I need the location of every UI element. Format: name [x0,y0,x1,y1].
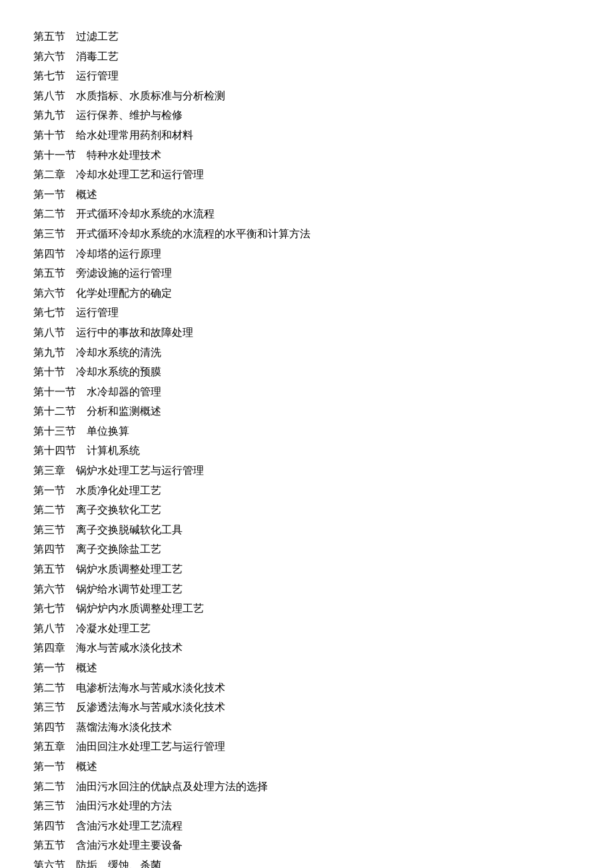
toc-item: 第五章 油田回注水处理工艺与运行管理 [33,737,580,757]
toc-label: 第二章 冷却水处理工艺和运行管理 [33,165,204,185]
toc-item: 第十二节 分析和监测概述 [33,401,580,421]
toc-label: 第四节 冷却塔的运行原理 [33,244,161,264]
toc-item: 第十节 冷却水系统的预膜 [33,362,580,382]
toc-label: 第四节 含油污水处理工艺流程 [33,816,183,836]
toc-item: 第五节 含油污水处理主要设备 [33,835,580,855]
toc-label: 第五节 锅炉水质调整处理工艺 [33,559,183,579]
toc-label: 第五章 油田回注水处理工艺与运行管理 [33,737,225,757]
toc-label: 第十三节 单位换算 [33,421,129,441]
toc-item: 第二节 开式循环冷却水系统的水流程 [33,204,580,224]
toc-item: 第八节 水质指标、水质标准与分析检测 [33,86,580,106]
toc-item: 第三章 锅炉水处理工艺与运行管理 [33,461,580,481]
toc-item: 第四节 冷却塔的运行原理 [33,244,580,264]
toc-item: 第七节 锅炉炉内水质调整处理工艺 [33,599,580,619]
toc-label: 第八节 冷凝水处理工艺 [33,619,151,639]
toc-label: 第二节 开式循环冷却水系统的水流程 [33,204,215,224]
toc-item: 第一节 概述 [33,185,580,205]
toc-item: 第九节 冷却水系统的清洗 [33,343,580,363]
toc-container: 第五节 过滤工艺第六节 消毒工艺第七节 运行管理第八节 水质指标、水质标准与分析… [33,27,580,868]
toc-label: 第十四节 计算机系统 [33,441,140,461]
toc-item: 第九节 运行保养、维护与检修 [33,105,580,125]
toc-label: 第五节 旁滤设施的运行管理 [33,263,172,283]
toc-label: 第六节 消毒工艺 [33,47,119,67]
toc-item: 第三节 离子交换脱碱软化工具 [33,520,580,540]
toc-item: 第四节 蒸馏法海水淡化技术 [33,717,580,737]
toc-item: 第三节 油田污水处理的方法 [33,796,580,816]
toc-label: 第九节 冷却水系统的清洗 [33,343,161,363]
toc-label: 第七节 锅炉炉内水质调整处理工艺 [33,599,204,619]
toc-label: 第三节 油田污水处理的方法 [33,796,172,816]
toc-item: 第三节 开式循环冷却水系统的水流程的水平衡和计算方法 [33,224,580,244]
toc-item: 第四节 含油污水处理工艺流程 [33,816,580,836]
toc-label: 第一节 水质净化处理工艺 [33,481,161,501]
toc-item: 第一节 水质净化处理工艺 [33,481,580,501]
toc-item: 第四节 离子交换除盐工艺 [33,539,580,559]
toc-label: 第六节 防垢、缓蚀、杀菌 [33,855,161,868]
toc-item: 第八节 冷凝水处理工艺 [33,619,580,639]
toc-label: 第二节 离子交换软化工艺 [33,500,161,520]
toc-label: 第四节 离子交换除盐工艺 [33,539,161,559]
toc-label: 第七节 运行管理 [33,303,119,323]
toc-item: 第十一节 特种水处理技术 [33,145,580,165]
toc-item: 第一节 概述 [33,658,580,678]
toc-item: 第十四节 计算机系统 [33,441,580,461]
toc-label: 第一节 概述 [33,757,97,777]
toc-label: 第一节 概述 [33,658,97,678]
toc-item: 第二节 油田污水回注的优缺点及处理方法的选择 [33,777,580,797]
toc-label: 第八节 水质指标、水质标准与分析检测 [33,86,225,106]
toc-item: 第十节 给水处理常用药剂和材料 [33,125,580,145]
toc-label: 第三节 反渗透法海水与苦咸水淡化技术 [33,697,225,717]
toc-label: 第五节 含油污水处理主要设备 [33,835,183,855]
toc-label: 第二节 电渗析法海水与苦咸水淡化技术 [33,678,225,698]
toc-label: 第十节 给水处理常用药剂和材料 [33,125,193,145]
toc-item: 第十三节 单位换算 [33,421,580,441]
toc-item: 第二节 电渗析法海水与苦咸水淡化技术 [33,678,580,698]
toc-label: 第六节 锅炉给水调节处理工艺 [33,579,183,599]
toc-label: 第二节 油田污水回注的优缺点及处理方法的选择 [33,777,268,797]
toc-label: 第十二节 分析和监测概述 [33,401,161,421]
toc-item: 第七节 运行管理 [33,303,580,323]
toc-item: 第五节 旁滤设施的运行管理 [33,263,580,283]
toc-item: 第六节 锅炉给水调节处理工艺 [33,579,580,599]
toc-label: 第五节 过滤工艺 [33,27,119,47]
toc-label: 第四章 海水与苦咸水淡化技术 [33,638,183,658]
toc-label: 第六节 化学处理配方的确定 [33,283,172,303]
toc-item: 第八节 运行中的事故和故障处理 [33,323,580,343]
toc-item: 第二节 离子交换软化工艺 [33,500,580,520]
toc-item: 第四章 海水与苦咸水淡化技术 [33,638,580,658]
toc-item: 第一节 概述 [33,757,580,777]
toc-item: 第七节 运行管理 [33,66,580,86]
toc-label: 第三章 锅炉水处理工艺与运行管理 [33,461,204,481]
toc-label: 第四节 蒸馏法海水淡化技术 [33,717,172,737]
toc-item: 第三节 反渗透法海水与苦咸水淡化技术 [33,697,580,717]
toc-label: 第七节 运行管理 [33,66,119,86]
toc-item: 第二章 冷却水处理工艺和运行管理 [33,165,580,185]
toc-label: 第三节 离子交换脱碱软化工具 [33,520,183,540]
toc-label: 第九节 运行保养、维护与检修 [33,105,183,125]
toc-item: 第六节 防垢、缓蚀、杀菌 [33,855,580,868]
toc-label: 第八节 运行中的事故和故障处理 [33,323,193,343]
toc-label: 第十节 冷却水系统的预膜 [33,362,161,382]
toc-item: 第六节 化学处理配方的确定 [33,283,580,303]
toc-item: 第六节 消毒工艺 [33,47,580,67]
toc-item: 第五节 锅炉水质调整处理工艺 [33,559,580,579]
toc-label: 第十一节 水冷却器的管理 [33,382,161,402]
toc-item: 第十一节 水冷却器的管理 [33,382,580,402]
toc-label: 第三节 开式循环冷却水系统的水流程的水平衡和计算方法 [33,224,310,244]
toc-label: 第一节 概述 [33,185,97,205]
toc-item: 第五节 过滤工艺 [33,27,580,47]
toc-label: 第十一节 特种水处理技术 [33,145,161,165]
